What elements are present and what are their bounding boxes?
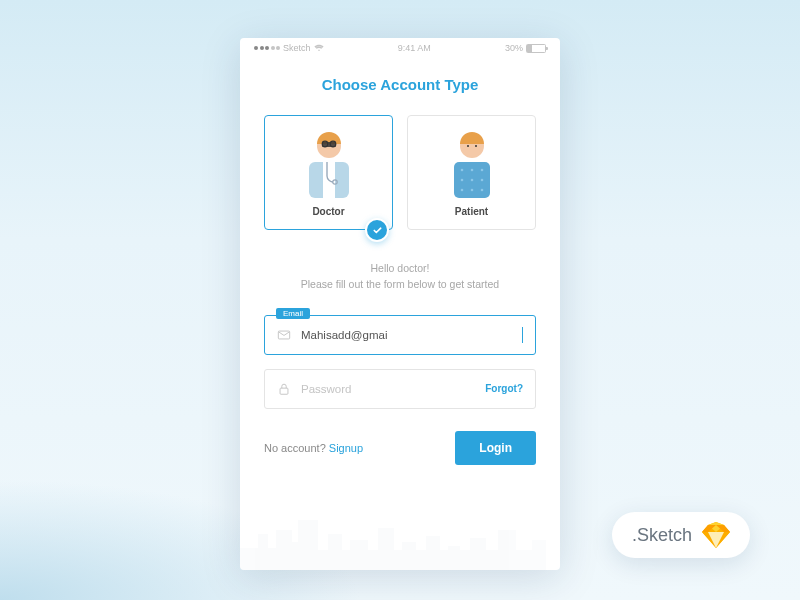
sketch-badge: .Sketch [612,512,750,558]
status-bar: Sketch 9:41 AM 30% [240,38,560,58]
account-type-patient[interactable]: Patient [407,115,536,230]
login-button[interactable]: Login [455,431,536,465]
email-label: Email [276,308,310,319]
carrier-label: Sketch [283,43,311,53]
svg-point-17 [460,189,463,192]
svg-point-11 [460,169,463,172]
sketch-diamond-icon [702,522,730,548]
svg-point-15 [470,179,473,182]
svg-point-18 [470,189,473,192]
svg-point-19 [480,189,483,192]
no-account-text: No account? Signup [264,442,363,454]
svg-point-13 [480,169,483,172]
email-field-wrapper: Email [264,315,536,355]
svg-point-14 [460,179,463,182]
svg-point-8 [467,145,469,147]
phone-mockup: Sketch 9:41 AM 30% Choose Account Type D… [240,38,560,570]
time-label: 9:41 AM [398,43,431,53]
signup-link[interactable]: Signup [329,442,363,454]
doctor-avatar-icon [273,126,384,198]
account-type-doctor[interactable]: Doctor [264,115,393,230]
email-input[interactable] [301,329,512,341]
city-silhouette-icon [240,510,560,570]
svg-rect-21 [280,388,288,394]
svg-point-9 [475,145,477,147]
signal-dots-icon [254,46,280,50]
patient-avatar-icon [416,126,527,198]
patient-label: Patient [416,206,527,217]
wifi-icon [314,44,324,52]
greeting-text: Hello doctor! Please fill out the form b… [264,260,536,293]
lock-icon [277,382,291,396]
doctor-label: Doctor [273,206,384,217]
page-title: Choose Account Type [240,76,560,93]
password-input[interactable] [301,383,475,395]
forgot-link[interactable]: Forgot? [485,383,523,394]
sketch-badge-label: .Sketch [632,525,692,546]
battery-label: 30% [505,43,523,53]
svg-point-12 [470,169,473,172]
mail-icon [277,328,291,342]
battery-icon [526,44,546,53]
checkmark-icon [365,218,389,242]
svg-point-16 [480,179,483,182]
password-field-wrapper: Forgot? [264,369,536,409]
